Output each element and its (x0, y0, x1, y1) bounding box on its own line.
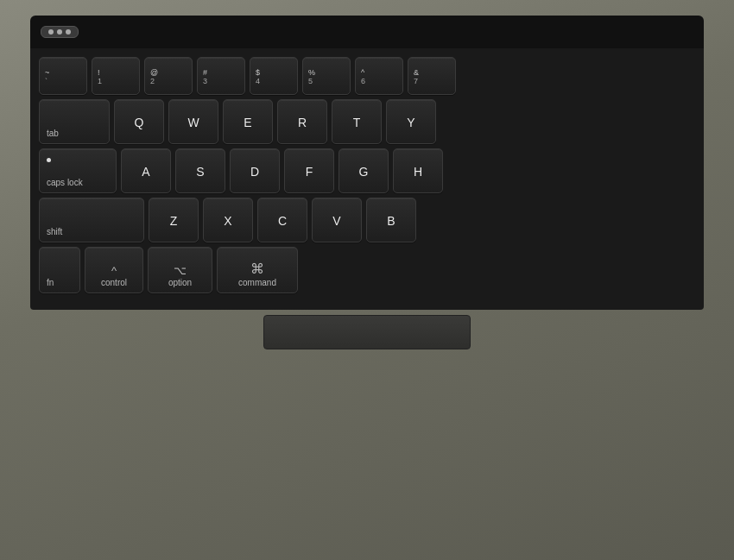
key-caret-6[interactable]: ^ 6 (355, 57, 403, 95)
key-tilde-backtick[interactable]: ~ ` (39, 57, 87, 95)
key-e[interactable]: E (223, 99, 273, 144)
number-row: ~ ` ! 1 @ 2 # 3 $ 4 % 5 (39, 57, 695, 95)
touch-bar-dot-2 (57, 29, 62, 35)
touch-bar-dot-1 (48, 29, 54, 35)
key-q[interactable]: Q (114, 99, 164, 144)
key-r[interactable]: R (277, 99, 327, 144)
key-y[interactable]: Y (386, 99, 436, 144)
laptop-body: ~ ` ! 1 @ 2 # 3 $ 4 % 5 (0, 0, 734, 560)
key-tab[interactable]: tab (39, 99, 110, 144)
key-option[interactable]: ⌥ option (148, 247, 212, 293)
key-t[interactable]: T (332, 99, 382, 144)
key-h[interactable]: H (393, 148, 443, 193)
key-excl-1[interactable]: ! 1 (92, 57, 140, 95)
key-hash-3[interactable]: # 3 (197, 57, 245, 95)
key-d[interactable]: D (230, 148, 280, 193)
touch-bar-dot-3 (66, 29, 71, 35)
key-shift[interactable]: shift (39, 198, 144, 242)
key-v[interactable]: V (312, 198, 362, 242)
key-command[interactable]: ⌘ command (217, 247, 298, 293)
key-at-2[interactable]: @ 2 (144, 57, 193, 95)
key-dollar-4[interactable]: $ 4 (250, 57, 298, 95)
key-amp-7[interactable]: & 7 (408, 57, 456, 95)
touch-bar-widget[interactable] (41, 26, 79, 38)
key-percent-5[interactable]: % 5 (302, 57, 351, 95)
key-g[interactable]: G (339, 148, 389, 193)
key-control[interactable]: ^ control (85, 247, 143, 293)
key-c[interactable]: C (257, 198, 307, 242)
key-w[interactable]: W (168, 99, 218, 144)
key-x[interactable]: X (203, 198, 253, 242)
caps-lock-indicator (47, 158, 51, 162)
bottom-row: fn ^ control ⌥ option ⌘ command (39, 247, 695, 293)
touch-bar (30, 16, 704, 48)
key-caps-lock[interactable]: caps lock (39, 148, 117, 193)
key-s[interactable]: S (175, 148, 225, 193)
bottom-area (30, 315, 704, 349)
key-a[interactable]: A (121, 148, 171, 193)
key-b[interactable]: B (366, 198, 416, 242)
keyboard: ~ ` ! 1 @ 2 # 3 $ 4 % 5 (30, 48, 704, 310)
key-f[interactable]: F (284, 148, 334, 193)
key-z[interactable]: Z (149, 198, 199, 242)
trackpad[interactable] (263, 315, 471, 349)
asdf-row: caps lock A S D F G H (39, 148, 695, 193)
qwerty-row: tab Q W E R T Y (39, 99, 695, 144)
zxcv-row: shift Z X C V B (39, 198, 695, 242)
key-fn[interactable]: fn (39, 247, 80, 293)
